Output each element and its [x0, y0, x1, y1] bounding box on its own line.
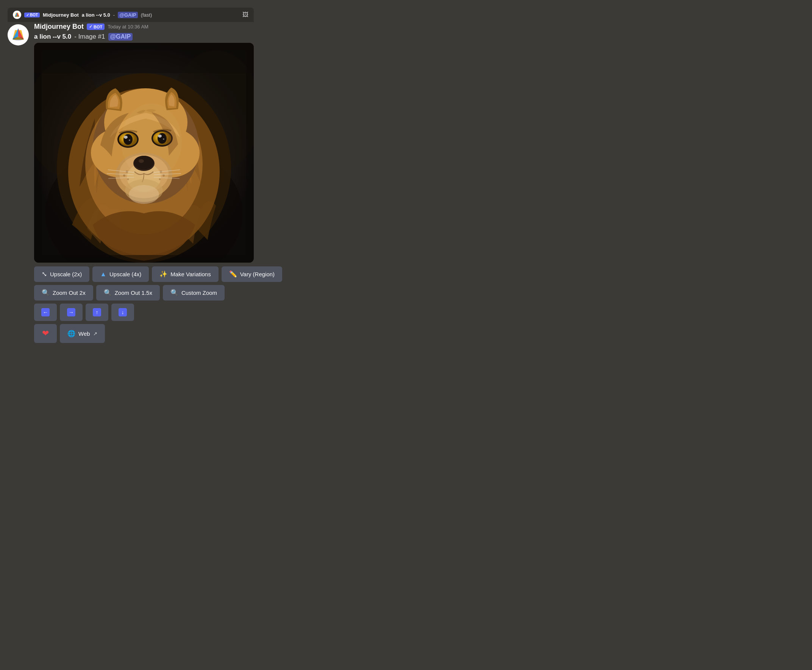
top-bar-prompt: a lion --v 5.0: [82, 12, 110, 18]
make-variations-label: Make Variations: [171, 271, 211, 277]
upscale-2x-icon: ⤡: [42, 271, 47, 277]
zoom-out-1-5x-button[interactable]: 🔍 Zoom Out 1.5x: [96, 285, 160, 301]
message-subtitle: a lion --v 5.0 - Image #1 @GAIP: [34, 33, 311, 41]
heart-button[interactable]: ❤: [34, 324, 57, 343]
lion-image: [34, 43, 254, 262]
web-icon: 🌐: [68, 330, 75, 337]
arrow-left-icon: ←: [41, 308, 50, 316]
upscale-4x-button[interactable]: ▲ Upscale (4x): [93, 266, 149, 282]
upscale-4x-icon: ▲: [100, 271, 106, 277]
message-body: Midjourney Bot BOT Today at 10:36 AM a l…: [34, 23, 311, 343]
vary-region-icon: ✏️: [229, 271, 237, 277]
top-bar-bot-badge: BOT: [24, 12, 40, 17]
svg-point-5: [15, 15, 19, 17]
top-bar-mention: @GAIP: [118, 12, 137, 18]
upscale-4x-label: Upscale (4x): [110, 271, 141, 277]
button-row-3: ← → ↑ ↓: [34, 304, 311, 321]
zoom-out-2x-button[interactable]: 🔍 Zoom Out 2x: [34, 285, 93, 301]
heart-icon: ❤: [42, 328, 49, 338]
top-bar-avatar: [13, 10, 21, 19]
arrow-up-button[interactable]: ↑: [86, 304, 108, 321]
upscale-2x-label: Upscale (2x): [50, 271, 82, 277]
arrow-down-icon: ↓: [118, 308, 127, 316]
upscale-2x-button[interactable]: ⤡ Upscale (2x): [34, 266, 89, 282]
arrow-down-button[interactable]: ↓: [111, 304, 134, 321]
svg-rect-54: [34, 43, 254, 73]
button-row-2: 🔍 Zoom Out 2x 🔍 Zoom Out 1.5x 🔍 Custom Z…: [34, 285, 311, 301]
svg-point-11: [12, 37, 24, 40]
top-bar-bot-name: Midjourney Bot: [43, 12, 79, 18]
arrow-left-button[interactable]: ←: [34, 304, 57, 321]
bot-badge: BOT: [87, 24, 105, 30]
vary-region-label: Vary (Region): [240, 271, 275, 277]
zoom-out-1-5x-label: Zoom Out 1.5x: [115, 289, 152, 296]
mention-tag: @GAIP: [108, 33, 133, 41]
custom-zoom-button[interactable]: 🔍 Custom Zoom: [163, 285, 225, 301]
top-bar-separator: -: [113, 12, 115, 18]
top-bar-speed: (fast): [141, 12, 152, 18]
avatar: [8, 24, 29, 46]
button-row-1: ⤡ Upscale (2x) ▲ Upscale (4x) ✨ Make Var…: [34, 266, 311, 282]
web-label: Web: [78, 330, 90, 337]
web-button[interactable]: 🌐 Web ↗: [60, 324, 105, 343]
buttons-section: ⤡ Upscale (2x) ▲ Upscale (4x) ✨ Make Var…: [34, 266, 311, 343]
zoom-out-2x-label: Zoom Out 2x: [52, 289, 86, 296]
arrow-right-button[interactable]: →: [60, 304, 83, 321]
image-label: - Image #1: [74, 33, 105, 41]
make-variations-button[interactable]: ✨ Make Variations: [152, 266, 218, 282]
bot-name: Midjourney Bot: [34, 23, 84, 31]
message-header: Midjourney Bot BOT Today at 10:36 AM: [34, 23, 311, 31]
make-variations-icon: ✨: [159, 271, 167, 277]
svg-point-55: [121, 103, 182, 179]
top-bar: BOT Midjourney Bot a lion --v 5.0 - @GAI…: [8, 8, 254, 22]
arrow-right-icon: →: [67, 308, 75, 316]
zoom-out-1-5x-icon: 🔍: [104, 289, 112, 296]
vary-region-button[interactable]: ✏️ Vary (Region): [221, 266, 282, 282]
external-link-icon: ↗: [93, 331, 97, 337]
prompt-text: a lion --v 5.0: [34, 33, 71, 41]
arrow-up-icon: ↑: [93, 308, 101, 316]
zoom-out-2x-icon: 🔍: [42, 289, 50, 296]
message-container: Midjourney Bot BOT Today at 10:36 AM a l…: [8, 23, 311, 343]
custom-zoom-icon: 🔍: [171, 289, 178, 296]
timestamp: Today at 10:36 AM: [108, 24, 149, 30]
button-row-4: ❤ 🌐 Web ↗: [34, 324, 311, 343]
top-bar-image-icon: 🖼: [242, 11, 248, 18]
custom-zoom-label: Custom Zoom: [181, 289, 217, 296]
